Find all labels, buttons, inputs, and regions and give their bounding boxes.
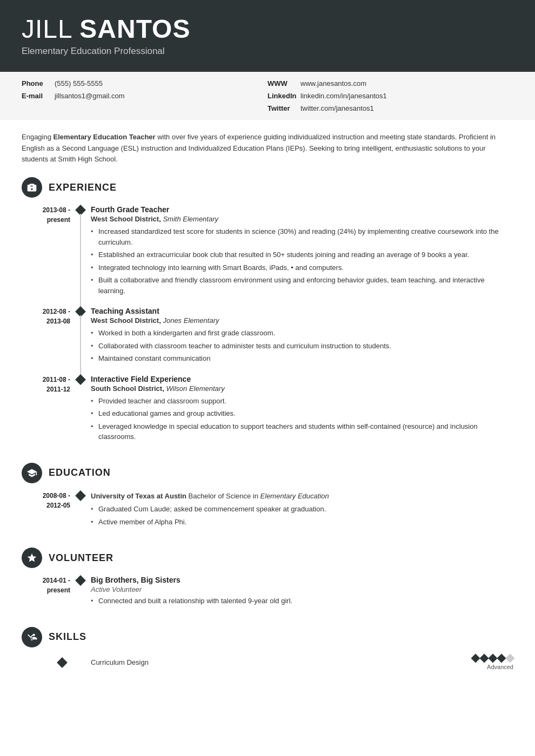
skill-dot-3 (489, 653, 498, 663)
linkedin-label: LinkedIn (268, 92, 297, 100)
job-1-org-sub: Smith Elementary (163, 215, 218, 223)
phone-value: (555) 555-5555 (55, 79, 103, 87)
skills-hand-icon (26, 632, 37, 643)
twitter-item: Twitter twitter.com/janesantos1 (268, 104, 513, 112)
job-1-date: 2013-08 -present (43, 205, 70, 225)
job-1-bullet-3: Integrated technology into learning with… (91, 262, 513, 273)
volunteer-section: VOLUNTEER 2014-01 -present Big Brothers,… (22, 548, 513, 617)
edu-1-date: 2008-08 -2012-05 (43, 491, 70, 510)
job-3-org-name: South School District (91, 384, 162, 393)
experience-icon (22, 177, 42, 198)
job-2: 2012-08 -2013-08 Teaching Assistant West… (31, 307, 513, 366)
skill-dot-5 (506, 653, 515, 663)
education-header: EDUCATION (22, 463, 513, 483)
job-1-bullet-1: Increased standardized test score for st… (91, 226, 513, 247)
timeline-line-1 (80, 214, 81, 307)
education-icon (22, 463, 42, 483)
volunteer-timeline: 2014-01 -present Big Brothers, Big Siste… (31, 576, 513, 617)
job-2-bullet-1: Worked in both a kindergarten and first … (91, 328, 513, 339)
linkedin-value: linkedin.com/in/janesantos1 (300, 92, 387, 100)
twitter-value: twitter.com/janesantos1 (300, 104, 374, 112)
volunteer-1-date: 2014-01 -present (43, 576, 70, 595)
skills-header: SKILLS (22, 627, 513, 647)
skill-dot-1 (471, 653, 480, 663)
full-name: JILL SANTOS (22, 15, 513, 44)
job-3-bullet-2: Led educational games and group activiti… (91, 408, 513, 419)
skill-dot-4 (497, 653, 506, 663)
job-1-bullet-2: Established an extracurricular book club… (91, 249, 513, 260)
job-3-title: Interactive Field Experience (91, 375, 513, 383)
edu-1-left: 2008-08 -2012-05 (31, 491, 80, 530)
timeline-line-2 (80, 315, 81, 375)
www-item: WWW www.janesantos.com (268, 79, 513, 87)
volunteer-1-bullet-1: Connected and built a relationship with … (91, 596, 513, 606)
skills-timeline: Curriculum Design Advanced (31, 655, 513, 679)
experience-header: EXPERIENCE (22, 177, 513, 198)
volunteer-title: VOLUNTEER (49, 552, 113, 564)
job-1-org: West School District, Smith Elementary (91, 215, 513, 223)
professional-title: Elementary Education Professional (22, 46, 513, 57)
volunteer-header: VOLUNTEER (22, 548, 513, 568)
summary-text: Engaging Elementary Education Teacher wi… (22, 133, 496, 164)
job-3-org-sub: Wilson Elementary (166, 384, 224, 393)
linkedin-item: LinkedIn linkedin.com/in/janesantos1 (268, 92, 513, 100)
main-content: Engaging Elementary Education Teacher wi… (0, 120, 535, 705)
job-1-bullets: Increased standardized test score for st… (91, 226, 513, 296)
skills-icon (22, 627, 42, 647)
experience-section: EXPERIENCE 2013-08 -present Fourth Grade… (22, 177, 513, 453)
education-timeline: 2008-08 -2012-05 University of Texas at … (31, 491, 513, 538)
job-2-bullet-3: Maintained constant communication (91, 353, 513, 364)
edu-1-content: University of Texas at Austin Bachelor o… (80, 491, 513, 530)
job-2-content: Teaching Assistant West School District,… (80, 307, 513, 366)
phone-item: Phone (555) 555-5555 (22, 79, 268, 87)
skill-dot-2 (480, 653, 489, 663)
job-2-bullet-2: Collaborated with classroom teacher to a… (91, 341, 513, 352)
skill-1-name: Curriculum Design (91, 658, 149, 666)
job-2-left: 2012-08 -2013-08 (31, 307, 80, 366)
volunteer-icon (22, 548, 42, 568)
education-section: EDUCATION 2008-08 -2012-05 University of… (22, 463, 513, 538)
experience-title: EXPERIENCE (49, 182, 117, 193)
summary-section: Engaging Elementary Education Teacher wi… (22, 132, 513, 165)
job-1-left: 2013-08 -present (31, 205, 80, 298)
skill-1-rating: Advanced (472, 655, 513, 670)
job-2-org-sub: Jones Elementary (163, 316, 219, 325)
job-1-title: Fourth Grade Teacher (91, 205, 513, 214)
contact-col-left: Phone (555) 555-5555 E-mail jillsantos1@… (22, 79, 268, 112)
resume-header: JILL SANTOS Elementary Education Profess… (0, 0, 535, 72)
job-1: 2013-08 -present Fourth Grade Teacher We… (31, 205, 513, 298)
job-1-org-name: West School District (91, 215, 159, 223)
job-3-content: Interactive Field Experience South Schoo… (80, 375, 513, 444)
volunteer-1-left: 2014-01 -present (31, 576, 80, 609)
edu-1-bullet-1: Graduated Cum Laude; asked be commenceme… (91, 504, 513, 515)
skill-1-dots (472, 655, 513, 662)
diamond-bullet-skill-1 (57, 657, 68, 668)
job-2-org: West School District, Jones Elementary (91, 316, 513, 325)
edu-1-bullets: Graduated Cum Laude; asked be commenceme… (91, 504, 513, 527)
skill-1-left (31, 659, 80, 666)
job-3: 2011-08 -2011-12 Interactive Field Exper… (31, 375, 513, 444)
job-3-left: 2011-08 -2011-12 (31, 375, 80, 444)
contact-bar: Phone (555) 555-5555 E-mail jillsantos1@… (0, 72, 535, 120)
job-1-bullet-4: Built a collaborative and friendly class… (91, 275, 513, 296)
job-1-content: Fourth Grade Teacher West School Distric… (80, 205, 513, 298)
volunteer-1-bullets: Connected and built a relationship with … (91, 596, 513, 606)
www-value: www.janesantos.com (300, 79, 366, 87)
twitter-label: Twitter (268, 104, 297, 112)
star-icon (26, 552, 37, 563)
email-label: E-mail (22, 92, 51, 100)
volunteer-1: 2014-01 -present Big Brothers, Big Siste… (31, 576, 513, 609)
job-2-bullets: Worked in both a kindergarten and first … (91, 328, 513, 364)
email-value: jillsantos1@gmail.com (55, 92, 125, 100)
job-2-org-name: West School District (91, 316, 159, 325)
job-3-bullet-1: Provided teacher and classroom support. (91, 396, 513, 407)
volunteer-1-title: Big Brothers, Big Sisters (91, 576, 513, 584)
skills-section: SKILLS Curriculum Design (22, 627, 513, 679)
edu-1-degree: University of Texas at Austin Bachelor o… (91, 491, 513, 502)
skills-title: SKILLS (49, 631, 86, 643)
job-3-bullet-3: Leveraged knowledge in special education… (91, 421, 513, 442)
job-3-org: South School District, Wilson Elementary (91, 384, 513, 393)
skill-1-level: Advanced (487, 664, 513, 670)
www-label: WWW (268, 79, 297, 87)
volunteer-1-subtitle: Active Volunteer (91, 585, 513, 593)
